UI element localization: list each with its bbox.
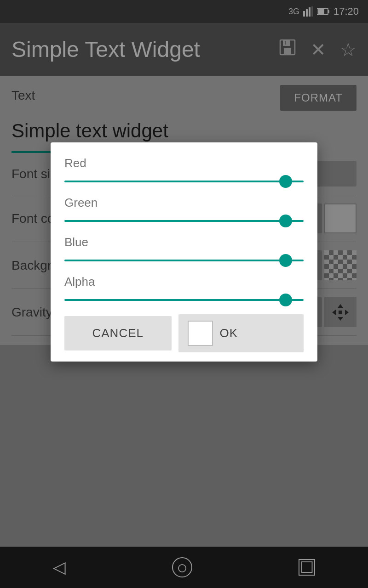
color-picker-dialog: Red Green Blue Alpha CANCEL OK (51, 142, 317, 362)
ok-color-preview (188, 321, 213, 346)
blue-slider-section: Blue (64, 235, 304, 263)
dialog-buttons: CANCEL OK (64, 314, 304, 352)
red-slider-section: Red (64, 156, 304, 184)
alpha-slider-section: Alpha (64, 275, 304, 303)
green-slider[interactable] (64, 220, 304, 222)
red-slider[interactable] (64, 181, 304, 182)
blue-label: Blue (64, 235, 304, 249)
ok-button[interactable]: OK (178, 314, 304, 352)
cancel-button[interactable]: CANCEL (64, 316, 172, 351)
red-label: Red (64, 156, 304, 170)
ok-label: OK (220, 326, 238, 340)
green-label: Green (64, 196, 304, 210)
alpha-label: Alpha (64, 275, 304, 289)
green-slider-section: Green (64, 196, 304, 224)
alpha-slider[interactable] (64, 299, 304, 301)
blue-slider[interactable] (64, 260, 304, 261)
